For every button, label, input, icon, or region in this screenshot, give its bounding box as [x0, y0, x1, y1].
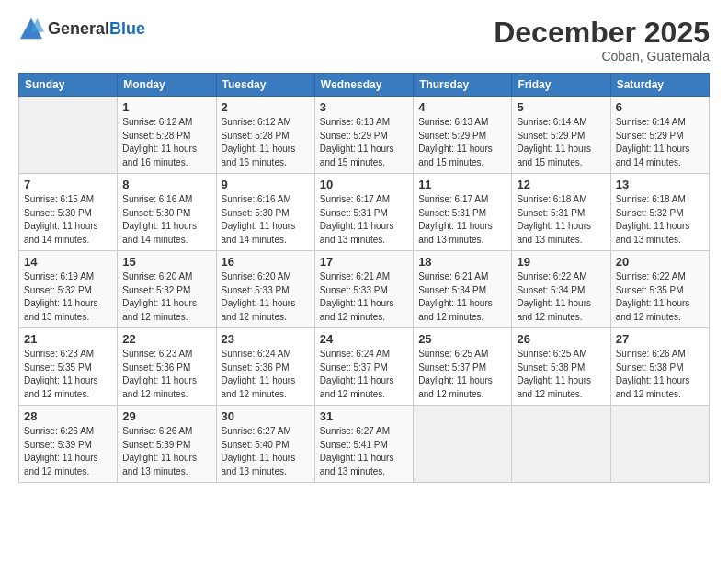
- calendar-cell: 19Sunrise: 6:22 AMSunset: 5:34 PMDayligh…: [512, 251, 610, 328]
- calendar-cell: 27Sunrise: 6:26 AMSunset: 5:38 PMDayligh…: [610, 328, 709, 406]
- calendar-cell: 1Sunrise: 6:12 AMSunset: 5:28 PMDaylight…: [118, 97, 216, 174]
- calendar-cell: 24Sunrise: 6:24 AMSunset: 5:37 PMDayligh…: [314, 328, 413, 406]
- day-info: Sunrise: 6:18 AMSunset: 5:31 PMDaylight:…: [517, 193, 605, 247]
- day-info: Sunrise: 6:23 AMSunset: 5:36 PMDaylight:…: [122, 348, 210, 401]
- calendar-cell: 17Sunrise: 6:21 AMSunset: 5:33 PMDayligh…: [314, 251, 413, 328]
- calendar-cell: [512, 406, 610, 483]
- day-number: 13: [616, 178, 704, 191]
- calendar-cell: 8Sunrise: 6:16 AMSunset: 5:30 PMDaylight…: [118, 174, 216, 251]
- day-info: Sunrise: 6:24 AMSunset: 5:37 PMDaylight:…: [320, 348, 408, 401]
- calendar-cell: 22Sunrise: 6:23 AMSunset: 5:36 PMDayligh…: [118, 328, 216, 406]
- calendar-cell: 5Sunrise: 6:14 AMSunset: 5:29 PMDaylight…: [512, 97, 610, 174]
- day-number: 25: [418, 332, 506, 346]
- logo-blue: Blue: [109, 19, 145, 38]
- calendar-cell: 28Sunrise: 6:26 AMSunset: 5:39 PMDayligh…: [19, 406, 118, 483]
- calendar-cell: 16Sunrise: 6:20 AMSunset: 5:33 PMDayligh…: [216, 251, 314, 328]
- day-info: Sunrise: 6:22 AMSunset: 5:34 PMDaylight:…: [517, 270, 605, 324]
- week-row-2: 14Sunrise: 6:19 AMSunset: 5:32 PMDayligh…: [19, 251, 710, 328]
- day-number: 5: [517, 100, 605, 114]
- day-info: Sunrise: 6:20 AMSunset: 5:32 PMDaylight:…: [122, 270, 210, 324]
- week-row-4: 28Sunrise: 6:26 AMSunset: 5:39 PMDayligh…: [19, 406, 710, 483]
- week-row-0: 1Sunrise: 6:12 AMSunset: 5:28 PMDaylight…: [19, 97, 710, 174]
- calendar-cell: 14Sunrise: 6:19 AMSunset: 5:32 PMDayligh…: [19, 251, 118, 328]
- day-info: Sunrise: 6:16 AMSunset: 5:30 PMDaylight:…: [222, 193, 310, 247]
- weekday-row: SundayMondayTuesdayWednesdayThursdayFrid…: [19, 74, 710, 97]
- week-row-3: 21Sunrise: 6:23 AMSunset: 5:35 PMDayligh…: [19, 328, 710, 406]
- calendar-cell: 10Sunrise: 6:17 AMSunset: 5:31 PMDayligh…: [314, 174, 413, 251]
- header: GeneralBlue December 2025 Coban, Guatema…: [18, 17, 710, 63]
- calendar-cell: 7Sunrise: 6:15 AMSunset: 5:30 PMDaylight…: [19, 174, 118, 251]
- calendar-body: 1Sunrise: 6:12 AMSunset: 5:28 PMDaylight…: [19, 97, 710, 483]
- day-info: Sunrise: 6:16 AMSunset: 5:30 PMDaylight:…: [122, 193, 210, 247]
- weekday-header-friday: Friday: [512, 74, 610, 97]
- day-number: 18: [418, 255, 506, 269]
- day-number: 14: [24, 255, 112, 269]
- day-info: Sunrise: 6:14 AMSunset: 5:29 PMDaylight:…: [517, 116, 605, 169]
- logo-icon: [18, 17, 44, 42]
- day-number: 28: [24, 409, 112, 423]
- day-info: Sunrise: 6:15 AMSunset: 5:30 PMDaylight:…: [24, 193, 112, 247]
- calendar-cell: 13Sunrise: 6:18 AMSunset: 5:32 PMDayligh…: [610, 174, 709, 251]
- day-number: 16: [222, 255, 310, 269]
- calendar-cell: [414, 406, 512, 483]
- day-number: 22: [122, 332, 210, 346]
- weekday-header-tuesday: Tuesday: [216, 74, 314, 97]
- logo-text-block: GeneralBlue: [48, 19, 145, 40]
- day-info: Sunrise: 6:27 AMSunset: 5:40 PMDaylight:…: [222, 425, 310, 478]
- day-info: Sunrise: 6:18 AMSunset: 5:32 PMDaylight:…: [616, 193, 704, 247]
- day-info: Sunrise: 6:22 AMSunset: 5:35 PMDaylight:…: [616, 270, 704, 324]
- week-row-1: 7Sunrise: 6:15 AMSunset: 5:30 PMDaylight…: [19, 174, 710, 251]
- day-info: Sunrise: 6:17 AMSunset: 5:31 PMDaylight:…: [320, 193, 408, 247]
- day-info: Sunrise: 6:24 AMSunset: 5:36 PMDaylight:…: [222, 348, 310, 401]
- day-number: 4: [418, 100, 506, 114]
- day-number: 11: [418, 178, 506, 191]
- day-info: Sunrise: 6:21 AMSunset: 5:34 PMDaylight:…: [418, 270, 506, 324]
- day-number: 15: [122, 255, 210, 269]
- day-number: 31: [320, 409, 408, 423]
- day-info: Sunrise: 6:21 AMSunset: 5:33 PMDaylight:…: [320, 270, 408, 324]
- day-number: 24: [320, 332, 408, 346]
- weekday-header-monday: Monday: [118, 74, 216, 97]
- day-info: Sunrise: 6:17 AMSunset: 5:31 PMDaylight:…: [418, 193, 506, 247]
- day-number: 30: [222, 409, 310, 423]
- calendar-cell: 18Sunrise: 6:21 AMSunset: 5:34 PMDayligh…: [414, 251, 512, 328]
- day-info: Sunrise: 6:25 AMSunset: 5:38 PMDaylight:…: [517, 348, 605, 401]
- day-number: 29: [122, 409, 210, 423]
- calendar-cell: 31Sunrise: 6:27 AMSunset: 5:41 PMDayligh…: [314, 406, 413, 483]
- day-number: 9: [222, 178, 310, 191]
- day-info: Sunrise: 6:20 AMSunset: 5:33 PMDaylight:…: [222, 270, 310, 324]
- calendar-cell: 3Sunrise: 6:13 AMSunset: 5:29 PMDaylight…: [314, 97, 413, 174]
- day-number: 23: [222, 332, 310, 346]
- weekday-header-sunday: Sunday: [19, 74, 118, 97]
- calendar-cell: 30Sunrise: 6:27 AMSunset: 5:40 PMDayligh…: [216, 406, 314, 483]
- calendar-cell: 15Sunrise: 6:20 AMSunset: 5:32 PMDayligh…: [118, 251, 216, 328]
- weekday-header-wednesday: Wednesday: [314, 74, 413, 97]
- weekday-header-thursday: Thursday: [414, 74, 512, 97]
- day-info: Sunrise: 6:12 AMSunset: 5:28 PMDaylight:…: [222, 116, 310, 169]
- day-number: 26: [517, 332, 605, 346]
- calendar-cell: 11Sunrise: 6:17 AMSunset: 5:31 PMDayligh…: [414, 174, 512, 251]
- day-info: Sunrise: 6:13 AMSunset: 5:29 PMDaylight:…: [418, 116, 506, 169]
- day-number: 17: [320, 255, 408, 269]
- title-block: December 2025 Coban, Guatemala: [494, 17, 710, 63]
- calendar-cell: 26Sunrise: 6:25 AMSunset: 5:38 PMDayligh…: [512, 328, 610, 406]
- day-info: Sunrise: 6:19 AMSunset: 5:32 PMDaylight:…: [24, 270, 112, 324]
- calendar-cell: 12Sunrise: 6:18 AMSunset: 5:31 PMDayligh…: [512, 174, 610, 251]
- calendar-cell: 6Sunrise: 6:14 AMSunset: 5:29 PMDaylight…: [610, 97, 709, 174]
- day-info: Sunrise: 6:23 AMSunset: 5:35 PMDaylight:…: [24, 348, 112, 401]
- calendar-cell: 2Sunrise: 6:12 AMSunset: 5:28 PMDaylight…: [216, 97, 314, 174]
- day-info: Sunrise: 6:13 AMSunset: 5:29 PMDaylight:…: [320, 116, 408, 169]
- day-number: 12: [517, 178, 605, 191]
- logo-general: General: [48, 19, 109, 38]
- day-number: 21: [24, 332, 112, 346]
- day-number: 20: [616, 255, 704, 269]
- day-number: 8: [122, 178, 210, 191]
- calendar-header: SundayMondayTuesdayWednesdayThursdayFrid…: [19, 74, 710, 97]
- calendar-cell: 29Sunrise: 6:26 AMSunset: 5:39 PMDayligh…: [118, 406, 216, 483]
- calendar-cell: 21Sunrise: 6:23 AMSunset: 5:35 PMDayligh…: [19, 328, 118, 406]
- calendar-cell: 4Sunrise: 6:13 AMSunset: 5:29 PMDaylight…: [414, 97, 512, 174]
- logo: GeneralBlue: [18, 17, 145, 42]
- day-number: 3: [320, 100, 408, 114]
- location: Coban, Guatemala: [494, 49, 710, 63]
- month-title: December 2025: [494, 17, 710, 49]
